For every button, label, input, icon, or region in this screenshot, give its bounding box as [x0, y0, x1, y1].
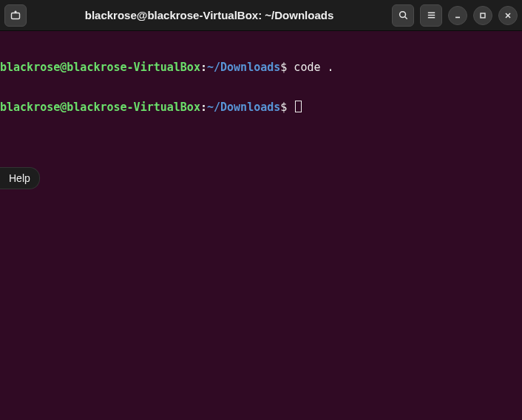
titlebar-right	[392, 4, 518, 27]
svg-rect-0	[12, 13, 20, 18]
svg-line-2	[404, 17, 407, 19]
search-icon	[398, 10, 409, 21]
prompt-user-host: blackrose@blackrose-VirtualBox	[0, 101, 200, 114]
command-text	[287, 101, 294, 114]
prompt-separator: :	[200, 61, 207, 74]
prompt-symbol: $	[280, 61, 287, 74]
cursor	[295, 101, 302, 112]
new-tab-button[interactable]	[4, 4, 27, 27]
minimize-icon	[453, 11, 462, 20]
titlebar: blackrose@blackrose-VirtualBox: ~/Downlo…	[0, 0, 522, 31]
new-tab-icon	[10, 10, 21, 21]
terminal-line: blackrose@blackrose-VirtualBox:~/Downloa…	[0, 101, 522, 114]
menu-button[interactable]	[420, 4, 442, 27]
prompt-path: ~/Downloads	[207, 61, 280, 74]
prompt-user-host: blackrose@blackrose-VirtualBox	[0, 61, 200, 74]
maximize-icon	[478, 11, 487, 20]
close-button[interactable]	[498, 6, 518, 25]
help-tooltip: Help	[0, 167, 40, 189]
hamburger-icon	[426, 10, 437, 21]
titlebar-left	[4, 4, 27, 27]
window-title: blackrose@blackrose-VirtualBox: ~/Downlo…	[31, 9, 387, 21]
prompt-path: ~/Downloads	[207, 101, 280, 114]
svg-point-1	[399, 12, 405, 18]
minimize-button[interactable]	[448, 6, 467, 25]
search-button[interactable]	[392, 4, 414, 27]
svg-rect-7	[481, 13, 485, 18]
command-text: code .	[287, 61, 333, 74]
close-icon	[504, 11, 512, 20]
terminal-area[interactable]: blackrose@blackrose-VirtualBox:~/Downloa…	[0, 31, 522, 127]
maximize-button[interactable]	[473, 6, 492, 25]
prompt-symbol: $	[280, 101, 287, 114]
prompt-separator: :	[200, 101, 207, 114]
terminal-line: blackrose@blackrose-VirtualBox:~/Downloa…	[0, 61, 522, 74]
